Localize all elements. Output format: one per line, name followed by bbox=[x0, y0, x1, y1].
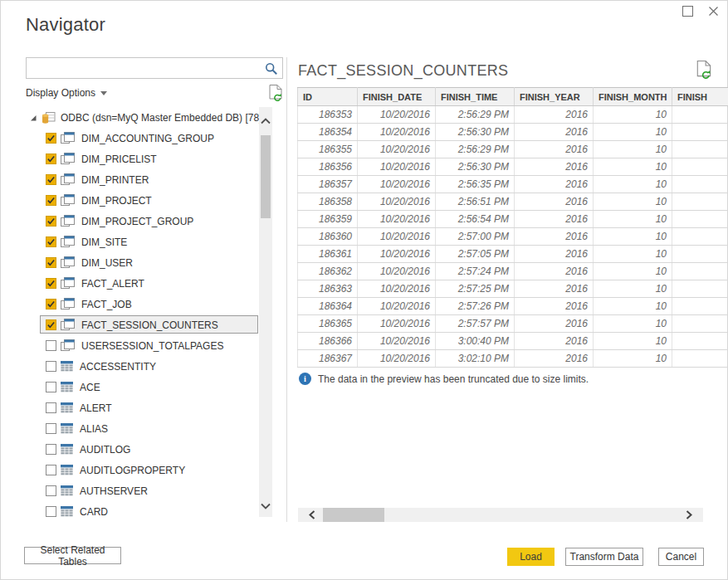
tree-item-label: AUDITLOGPROPERTY bbox=[80, 465, 185, 476]
tree-item-label: ALIAS bbox=[80, 423, 108, 435]
tree-item-label: DIM_PRINTER bbox=[81, 174, 149, 186]
tree-item-fact_job[interactable]: FACT_JOB bbox=[26, 294, 259, 314]
tree-item-fact_session_counters[interactable]: FACT_SESSION_COUNTERS bbox=[26, 314, 259, 335]
table-row: 18636210/20/20162:57:24 PM201610 bbox=[298, 263, 728, 280]
tree-item-ace[interactable]: ACE bbox=[26, 377, 259, 397]
tree-item-alias[interactable]: ALIAS bbox=[26, 418, 259, 439]
scroll-up-icon[interactable] bbox=[260, 117, 271, 125]
table-cell: 10/20/2016 bbox=[358, 176, 436, 193]
tree-item-dim_project_group[interactable]: DIM_PROJECT_GROUP bbox=[26, 211, 259, 232]
scroll-left-icon[interactable] bbox=[308, 509, 316, 520]
checkbox-unchecked[interactable] bbox=[46, 382, 56, 392]
checkbox-checked[interactable] bbox=[46, 278, 56, 289]
checkbox-unchecked[interactable] bbox=[46, 506, 56, 517]
table-cell: 2:56:29 PM bbox=[436, 106, 515, 124]
checkbox-unchecked[interactable] bbox=[46, 485, 56, 496]
checkbox-unchecked[interactable] bbox=[46, 444, 56, 455]
table-icon bbox=[61, 402, 73, 413]
search-input[interactable] bbox=[32, 60, 266, 78]
tree-item-label: CARD bbox=[80, 506, 108, 518]
horizontal-scrollbar-thumb[interactable] bbox=[323, 508, 384, 522]
tree-item-fact_alert[interactable]: FACT_ALERT bbox=[26, 273, 259, 294]
vertical-scrollbar-thumb[interactable] bbox=[261, 135, 271, 218]
search-icon[interactable] bbox=[265, 62, 278, 76]
expand-arrow-icon[interactable] bbox=[29, 114, 37, 122]
page-title: Navigator bbox=[26, 14, 105, 36]
table-cell: 10 bbox=[594, 350, 672, 368]
table-cell: 2016 bbox=[515, 193, 594, 211]
checkbox-unchecked[interactable] bbox=[46, 402, 56, 413]
table-cell: 10/20/2016 bbox=[358, 315, 436, 333]
view-icon bbox=[61, 277, 75, 290]
preview-table: IDFINISH_DATEFINISH_TIMEFINISH_YEARFINIS… bbox=[297, 87, 728, 368]
tree-item-card[interactable]: CARD bbox=[26, 501, 259, 522]
navigator-dialog: Navigator Display Options bbox=[0, 0, 728, 580]
checkbox-checked[interactable] bbox=[46, 133, 56, 144]
truncation-info: i The data in the preview has been trunc… bbox=[299, 373, 589, 385]
checkbox-checked[interactable] bbox=[46, 319, 56, 330]
cancel-button[interactable]: Cancel bbox=[658, 548, 704, 566]
tree-item-label: USERSESSION_TOTALPAGES bbox=[81, 340, 223, 352]
tree-item-usersession_totalpages[interactable]: USERSESSION_TOTALPAGES bbox=[26, 335, 259, 356]
tree-item-label: AUDITLOG bbox=[80, 444, 130, 456]
checkbox-checked[interactable] bbox=[46, 257, 56, 268]
table-cell bbox=[672, 333, 728, 350]
table-icon bbox=[61, 361, 73, 372]
load-button[interactable]: Load bbox=[507, 548, 555, 566]
table-cell: 10 bbox=[594, 228, 672, 246]
checkbox-unchecked[interactable] bbox=[46, 465, 56, 475]
table-cell: 10/20/2016 bbox=[358, 193, 436, 211]
table-cell: 2016 bbox=[515, 315, 594, 333]
tree-item-accessentity[interactable]: ACCESSENTITY bbox=[26, 356, 259, 377]
preview-horizontal-scrollbar[interactable] bbox=[298, 508, 703, 522]
checkbox-checked[interactable] bbox=[46, 174, 56, 185]
table-cell: 2:56:30 PM bbox=[436, 124, 515, 141]
tree-item-alert[interactable]: ALERT bbox=[26, 397, 259, 418]
table-cell: 186355 bbox=[298, 141, 358, 158]
table-cell: 2:57:26 PM bbox=[436, 298, 515, 315]
checkbox-checked[interactable] bbox=[46, 236, 56, 247]
table-cell: 2:57:24 PM bbox=[436, 263, 515, 280]
tree-item-auditlog[interactable]: AUDITLOG bbox=[26, 439, 259, 460]
checkbox-checked[interactable] bbox=[46, 154, 56, 164]
select-related-tables-button[interactable]: Select Related Tables bbox=[24, 547, 121, 564]
table-cell bbox=[672, 228, 728, 246]
tree-item-dim_accounting_group[interactable]: DIM_ACCOUNTING_GROUP bbox=[26, 128, 259, 149]
tree-item-dim_user[interactable]: DIM_USER bbox=[26, 252, 259, 273]
scroll-right-icon[interactable] bbox=[685, 509, 693, 520]
tree-item-dim_project[interactable]: DIM_PROJECT bbox=[26, 190, 259, 211]
table-cell: 10 bbox=[594, 176, 672, 193]
table-cell: 2016 bbox=[515, 141, 594, 158]
checkbox-unchecked[interactable] bbox=[46, 361, 56, 372]
checkbox-unchecked[interactable] bbox=[46, 340, 56, 351]
tree-vertical-scrollbar[interactable] bbox=[259, 107, 272, 517]
table-cell: 10/20/2016 bbox=[358, 211, 436, 228]
tree-item-dim_printer[interactable]: DIM_PRINTER bbox=[26, 169, 259, 190]
tree-item-label: FACT_JOB bbox=[81, 299, 132, 310]
checkbox-checked[interactable] bbox=[46, 299, 56, 309]
table-cell: 10 bbox=[594, 193, 672, 211]
table-cell: 2016 bbox=[515, 211, 594, 228]
tree-root-odbc[interactable]: ODBC (dsn=MyQ Master Embedded DB) [78] bbox=[26, 107, 259, 128]
tree-item-dim_site[interactable]: DIM_SITE bbox=[26, 232, 259, 252]
transform-data-button[interactable]: Transform Data bbox=[565, 548, 643, 566]
checkbox-checked[interactable] bbox=[46, 195, 56, 206]
display-options-dropdown[interactable]: Display Options bbox=[26, 87, 107, 99]
table-cell: 10 bbox=[594, 158, 672, 176]
scroll-down-icon[interactable] bbox=[260, 502, 271, 510]
table-cell: 186363 bbox=[298, 280, 358, 298]
table-row: 18635410/20/20162:56:30 PM201610 bbox=[298, 124, 728, 141]
tree-item-dim_pricelist[interactable]: DIM_PRICELIST bbox=[26, 149, 259, 169]
view-icon bbox=[61, 194, 75, 207]
table-cell: 186356 bbox=[298, 158, 358, 176]
table-cell: 186362 bbox=[298, 263, 358, 280]
tree-item-authserver[interactable]: AUTHSERVER bbox=[26, 480, 259, 501]
refresh-preview-icon[interactable] bbox=[696, 61, 712, 80]
tree-item-label: ACCESSENTITY bbox=[80, 361, 156, 373]
checkbox-checked[interactable] bbox=[46, 216, 56, 227]
tree-item-auditlogproperty[interactable]: AUDITLOGPROPERTY bbox=[26, 460, 259, 480]
checkbox-unchecked[interactable] bbox=[46, 423, 56, 434]
table-icon bbox=[61, 465, 73, 475]
refresh-tree-icon[interactable] bbox=[269, 85, 283, 102]
table-cell bbox=[672, 106, 728, 124]
